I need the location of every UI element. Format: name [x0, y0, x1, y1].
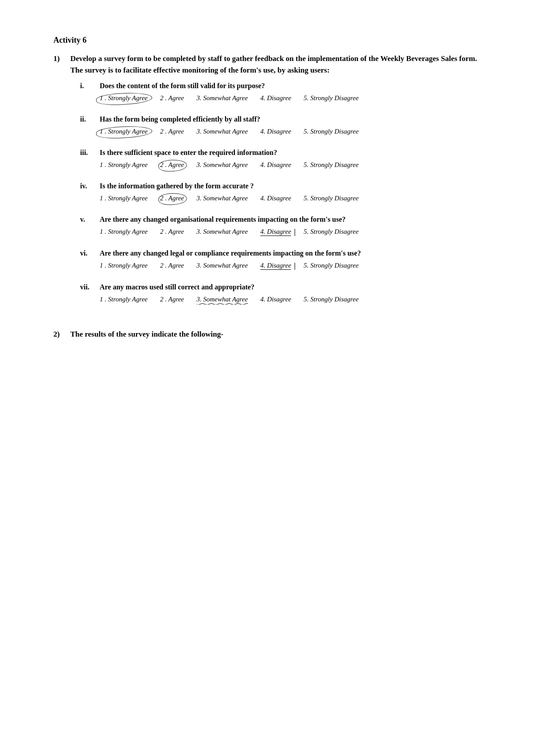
option-ii-1-marked: 1 . Strongly Agree — [100, 128, 148, 135]
sub-label-vii: vii. — [80, 283, 93, 291]
option-iii-1: 1 . Strongly Agree — [100, 161, 148, 169]
sub-label-iii: iii. — [80, 149, 93, 157]
sub-question-text-ii: Has the form being completed efficiently… — [100, 115, 260, 123]
question-1: 1) Develop a survey form to be completed… — [53, 53, 481, 76]
sub-question-iv: iv. Is the information gathered by the f… — [80, 182, 481, 202]
option-ii-3: 3. Somewhat Agree — [197, 128, 248, 135]
sub-question-iii: iii. Is there sufficient space to enter … — [80, 149, 481, 169]
option-iii-3: 3. Somewhat Agree — [197, 161, 248, 169]
sub-question-vi: vi. Are there any changed legal or compl… — [80, 249, 481, 270]
option-iv-1: 1 . Strongly Agree — [100, 195, 148, 202]
sub-question-text-i: Does the content of the form still valid… — [100, 82, 265, 90]
option-i-2: 2 . Agree — [160, 94, 184, 102]
options-row-ii: 1 . Strongly Agree 2 . Agree 3. Somewhat… — [80, 128, 481, 135]
option-vi-4-marked: 4. Disagree — [260, 262, 291, 270]
options-row-v: 1 . Strongly Agree 2 . Agree 3. Somewhat… — [80, 228, 481, 236]
option-iv-3: 3. Somewhat Agree — [197, 195, 248, 202]
option-ii-5: 5. Strongly Disagree — [303, 128, 358, 135]
option-i-4: 4. Disagree — [260, 94, 291, 102]
option-vii-1: 1 . Strongly Agree — [100, 296, 148, 303]
options-row-vi: 1 . Strongly Agree 2 . Agree 3. Somewhat… — [80, 262, 481, 270]
option-vi-4: 4. Disagree — [260, 262, 291, 270]
sub-question-text-vii: Are any macros used still correct and ap… — [100, 283, 255, 291]
option-vii-3-marked: 3. Somewhat Agree — [197, 296, 248, 303]
sub-question-ii: ii. Has the form being completed efficie… — [80, 115, 481, 135]
options-row-iii: 1 . Strongly Agree 2 . Agree 3. Somewhat… — [80, 161, 481, 169]
option-ii-2: 2 . Agree — [160, 128, 184, 135]
option-v-4: 4. Disagree — [260, 228, 291, 236]
option-vi-1: 1 . Strongly Agree — [100, 262, 148, 269]
sub-question-v: v. Are there any changed organisational … — [80, 215, 481, 236]
option-ii-1: 1 . Strongly Agree — [100, 128, 148, 135]
option-iv-4: 4. Disagree — [260, 195, 291, 202]
option-v-4-marked: 4. Disagree — [260, 228, 291, 236]
option-v-5: 5. Strongly Disagree — [303, 228, 358, 236]
activity-title: Activity 6 — [53, 36, 481, 45]
option-i-1-marked: 1 . Strongly Agree — [100, 94, 148, 102]
option-i-5: 5. Strongly Disagree — [303, 94, 358, 102]
option-i-1: 1 . Strongly Agree — [100, 94, 148, 102]
option-iii-5: 5. Strongly Disagree — [303, 161, 358, 169]
option-vii-2: 2 . Agree — [160, 296, 184, 303]
sub-questions-container: i. Does the content of the form still va… — [80, 82, 481, 303]
sub-label-i: i. — [80, 82, 93, 90]
option-iv-2-marked: 2 . Agree — [160, 195, 184, 202]
sub-label-vi: vi. — [80, 249, 93, 257]
option-iii-4: 4. Disagree — [260, 161, 291, 169]
sub-question-text-iii: Is there sufficient space to enter the r… — [100, 149, 277, 157]
option-vii-4: 4. Disagree — [260, 296, 291, 303]
option-ii-4: 4. Disagree — [260, 128, 291, 135]
option-vii-5: 5. Strongly Disagree — [303, 296, 358, 303]
option-v-2: 2 . Agree — [160, 228, 184, 236]
question-2: 2) The results of the survey indicate th… — [53, 330, 481, 339]
sub-question-i: i. Does the content of the form still va… — [80, 82, 481, 102]
option-i-3: 3. Somewhat Agree — [197, 94, 248, 102]
option-vi-5: 5. Strongly Disagree — [303, 262, 358, 269]
options-row-i: 1 . Strongly Agree 2 . Agree 3. Somewhat… — [80, 94, 481, 102]
sub-question-text-v: Are there any changed organisational req… — [100, 215, 346, 224]
option-vi-2: 2 . Agree — [160, 262, 184, 269]
sub-question-text-vi: Are there any changed legal or complianc… — [100, 249, 361, 257]
option-vii-3: 3. Somewhat Agree — [197, 296, 248, 303]
option-iii-2: 2 . Agree — [160, 161, 184, 169]
option-iv-5: 5. Strongly Disagree — [303, 195, 358, 202]
sub-label-iv: iv. — [80, 182, 93, 190]
option-vi-3: 3. Somewhat Agree — [197, 262, 248, 269]
option-iv-2: 2 . Agree — [160, 195, 184, 202]
sub-question-text-iv: Is the information gathered by the form … — [100, 182, 254, 190]
options-row-vii: 1 . Strongly Agree 2 . Agree 3. Somewhat… — [80, 296, 481, 303]
options-row-iv: 1 . Strongly Agree 2 . Agree 3. Somewhat… — [80, 195, 481, 202]
sub-label-v: v. — [80, 215, 93, 224]
sub-label-ii: ii. — [80, 115, 93, 123]
option-v-3: 3. Somewhat Agree — [197, 228, 248, 236]
option-v-1: 1 . Strongly Agree — [100, 228, 148, 236]
option-iii-2-marked: 2 . Agree — [160, 161, 184, 169]
sub-question-vii: vii. Are any macros used still correct a… — [80, 283, 481, 303]
